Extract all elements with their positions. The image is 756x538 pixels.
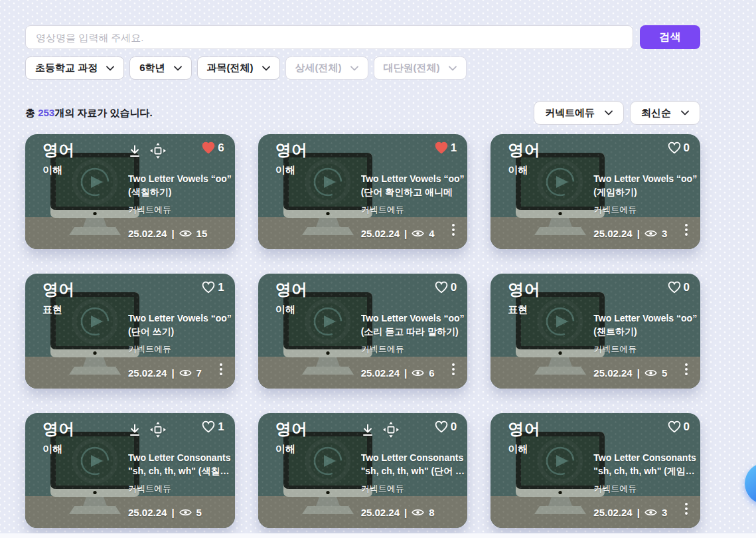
eye-icon [644, 508, 657, 517]
heart-icon [434, 141, 449, 155]
like-button[interactable]: 0 [667, 141, 690, 155]
eye-icon [644, 369, 657, 377]
video-card[interactable]: 영어 이해 6 [25, 134, 235, 249]
heart-icon [201, 141, 216, 155]
sort-order-label: 최신순 [641, 107, 671, 120]
card-category: 이해 [275, 164, 295, 177]
filter-school-level[interactable]: 초등학교 과정 [25, 56, 124, 80]
card-date: 25.02.24 [361, 228, 400, 239]
card-meta: 25.02.24 | 15 [128, 228, 207, 239]
card-category: 이해 [508, 443, 528, 456]
filter-label: 상세(전체) [295, 62, 342, 74]
like-count: 0 [684, 281, 690, 294]
video-card[interactable]: 영어 이해 1 [25, 413, 235, 528]
download-button[interactable] [128, 144, 141, 161]
video-card[interactable]: 영어 표현 1 [25, 274, 235, 389]
chevron-down-icon [174, 66, 182, 71]
card-title: Two Letter Consonants "sh, ch, th, wh" (… [593, 451, 700, 478]
card-date: 25.02.24 [128, 228, 167, 239]
card-menu-button[interactable] [218, 361, 224, 377]
view-count: 3 [662, 228, 667, 239]
card-title: Two Letter Vowels “oo” (단어 확인하고 애니메이… [361, 172, 468, 199]
eye-icon [179, 369, 192, 377]
card-action-icons [128, 422, 166, 440]
view-count: 5 [662, 367, 667, 379]
meta-separator: | [637, 507, 640, 518]
like-count: 1 [218, 281, 224, 294]
search-input[interactable] [25, 25, 633, 49]
like-button[interactable]: 0 [667, 420, 690, 434]
source-select-label: 커넥트에듀 [545, 107, 595, 120]
chevron-down-icon [262, 66, 270, 71]
like-button[interactable]: 0 [434, 280, 457, 294]
chevron-down-icon [106, 66, 114, 71]
heart-icon [201, 420, 216, 434]
card-subject: 영어 [275, 139, 308, 161]
card-category: 이해 [275, 443, 295, 456]
card-grid: 영어 이해 6 [25, 134, 700, 528]
card-menu-button[interactable] [450, 361, 457, 377]
eye-icon [412, 369, 424, 377]
like-button[interactable]: 0 [434, 420, 457, 434]
like-button[interactable]: 1 [434, 141, 457, 155]
like-count: 1 [451, 141, 457, 155]
floating-action-button[interactable] [745, 463, 756, 504]
meta-separator: | [171, 367, 174, 379]
filter-detail[interactable]: 상세(전체) [285, 56, 368, 80]
chevron-down-icon [681, 110, 689, 116]
video-card[interactable]: 영어 이해 0 [491, 134, 700, 249]
sort-controls: 커넥트에듀 최신순 [534, 101, 700, 125]
video-card[interactable]: 영어 이해 1 [258, 134, 468, 249]
heart-icon [667, 280, 682, 294]
view-count: 15 [196, 228, 208, 239]
card-title: Two Letter Vowels “oo” (단어 쓰기) [128, 312, 235, 338]
filter-label: 대단원(전체) [384, 62, 440, 74]
chevron-down-icon [350, 66, 358, 71]
move-button[interactable] [150, 143, 166, 161]
card-date: 25.02.24 [593, 507, 632, 518]
card-category: 표현 [508, 304, 528, 316]
like-button[interactable]: 0 [667, 280, 690, 294]
card-title: Two Letter Consonants "sh, ch, th, wh" (… [128, 451, 235, 478]
move-button[interactable] [383, 422, 399, 440]
meta-separator: | [404, 228, 407, 239]
source-select[interactable]: 커넥트에듀 [534, 101, 624, 125]
results-count-text: 총 253개의 자료가 있습니다. [25, 107, 153, 120]
card-meta: 25.02.24 | 5 [128, 507, 202, 518]
download-button[interactable] [361, 423, 374, 440]
video-card[interactable]: 영어 이해 0 [258, 274, 468, 389]
meta-separator: | [171, 507, 174, 518]
like-count: 6 [218, 141, 224, 155]
like-button[interactable]: 1 [201, 280, 224, 294]
like-count: 0 [451, 420, 457, 434]
sort-order-select[interactable]: 최신순 [630, 101, 700, 125]
card-meta: 25.02.24 | 6 [361, 367, 435, 379]
filter-subject[interactable]: 과목(전체) [197, 56, 280, 80]
search-button[interactable]: 검색 [640, 25, 700, 49]
card-menu-button[interactable] [683, 501, 690, 517]
meta-separator: | [404, 367, 407, 379]
card-publisher: 커넥트에듀 [593, 483, 637, 495]
card-publisher: 커넥트에듀 [361, 343, 404, 355]
card-menu-button[interactable] [683, 222, 690, 238]
move-button[interactable] [150, 422, 166, 440]
video-card[interactable]: 영어 이해 0 [491, 413, 700, 528]
filter-label: 6학년 [139, 62, 165, 74]
filter-unit[interactable]: 대단원(전체) [374, 56, 467, 80]
card-menu-button[interactable] [683, 361, 690, 377]
filter-bar: 초등학교 과정 6학년 과목(전체) 상세(전체) 대단원(전체) [25, 56, 700, 80]
heart-icon [434, 420, 449, 434]
like-count: 0 [451, 281, 457, 294]
download-button[interactable] [128, 423, 141, 440]
card-subject: 영어 [42, 279, 75, 300]
card-menu-button[interactable] [450, 222, 457, 238]
like-button[interactable]: 1 [201, 420, 224, 434]
video-card[interactable]: 영어 표현 0 [491, 274, 700, 389]
filter-grade[interactable]: 6학년 [129, 56, 191, 80]
download-icon [128, 144, 141, 158]
card-category: 이해 [508, 164, 528, 177]
video-card[interactable]: 영어 이해 0 [258, 413, 468, 528]
like-button[interactable]: 6 [201, 141, 224, 155]
card-publisher: 커넥트에듀 [128, 343, 171, 355]
card-meta: 25.02.24 | 8 [361, 507, 435, 518]
